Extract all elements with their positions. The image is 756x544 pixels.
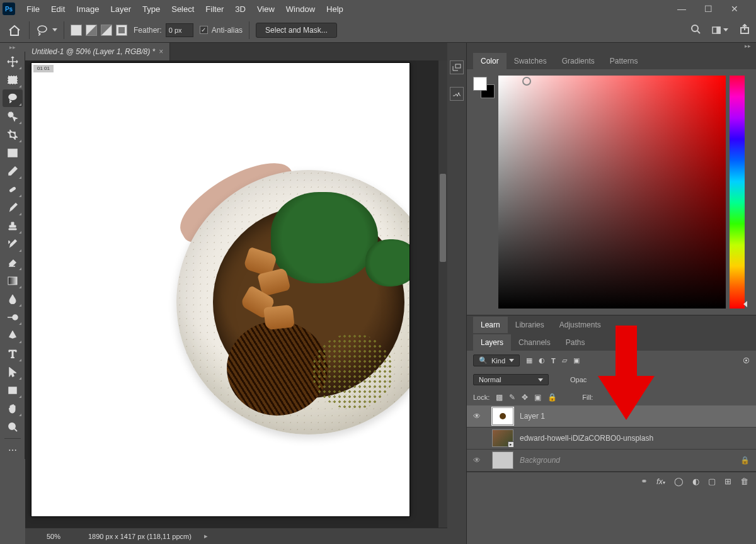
antialias-checkbox[interactable]: ✓ Anti-alias xyxy=(200,26,243,35)
hue-slider[interactable] xyxy=(730,76,745,309)
healing-tool[interactable] xyxy=(3,181,23,198)
menu-filter[interactable]: Filter xyxy=(200,2,229,16)
menu-view[interactable]: View xyxy=(252,2,280,16)
canvas-viewport[interactable]: 01 01 xyxy=(25,60,447,528)
layer-name[interactable]: edward-howell-iDlZaCORBO0-unsplash xyxy=(520,434,653,443)
tab-patterns[interactable]: Patterns xyxy=(602,53,646,69)
new-adjustment-icon[interactable]: ◐ xyxy=(692,477,699,486)
add-mask-icon[interactable]: ◯ xyxy=(674,477,684,486)
delete-layer-icon[interactable]: 🗑 xyxy=(740,477,748,486)
crop-tool[interactable] xyxy=(3,126,23,144)
visibility-toggle[interactable]: 👁 xyxy=(473,456,486,465)
sel-intersect[interactable] xyxy=(116,25,127,36)
maximize-button[interactable]: ☐ xyxy=(701,4,716,14)
zoom-field[interactable]: 50% xyxy=(32,533,76,540)
blur-tool[interactable] xyxy=(3,290,23,308)
layer-thumb[interactable] xyxy=(492,451,513,469)
feather-input[interactable] xyxy=(166,23,193,37)
fill-value[interactable]: 0% xyxy=(617,394,627,401)
canvas-scrollbar[interactable] xyxy=(438,60,447,528)
fg-bg-swatches[interactable] xyxy=(473,77,495,98)
lock-all-icon[interactable]: 🔒 xyxy=(547,393,557,402)
pen-tool[interactable] xyxy=(3,327,23,344)
layer-thumb[interactable]: ▸ xyxy=(492,429,513,447)
stamp-tool[interactable] xyxy=(3,217,23,235)
tab-swatches[interactable]: Swatches xyxy=(507,53,554,69)
sel-subtract[interactable] xyxy=(101,25,112,36)
dodge-tool[interactable] xyxy=(3,309,23,326)
menu-file[interactable]: File xyxy=(21,2,45,16)
move-tool[interactable] xyxy=(3,53,23,71)
path-select-tool[interactable] xyxy=(3,363,23,381)
tab-learn[interactable]: Learn xyxy=(473,317,508,333)
type-tool[interactable] xyxy=(3,345,23,363)
filter-pixel-icon[interactable]: ▦ xyxy=(526,356,532,365)
filter-shape-icon[interactable]: ▱ xyxy=(562,356,567,365)
foreground-color[interactable] xyxy=(473,77,487,91)
menu-help[interactable]: Help xyxy=(321,2,348,16)
menu-image[interactable]: Image xyxy=(71,2,104,16)
workspace-switcher[interactable] xyxy=(712,26,728,35)
blend-mode-select[interactable]: Normal xyxy=(473,374,549,385)
brush-tool[interactable] xyxy=(3,199,23,217)
tab-adjustments[interactable]: Adjustments xyxy=(552,317,609,333)
document-tab[interactable]: Untitled-1 @ 50% (Layer 1, RGB/8) * × xyxy=(25,43,170,60)
share-icon[interactable] xyxy=(740,24,750,36)
close-button[interactable]: ✕ xyxy=(727,4,742,14)
lock-artboard-icon[interactable]: ▣ xyxy=(534,393,541,402)
home-button[interactable] xyxy=(6,23,23,38)
filter-type-icon[interactable]: T xyxy=(551,357,556,365)
collapsed-panel-icon-1[interactable] xyxy=(450,60,464,74)
filter-adjust-icon[interactable]: ◐ xyxy=(539,356,545,365)
zoom-tool[interactable] xyxy=(3,418,23,436)
tab-layers[interactable]: Layers xyxy=(473,334,511,351)
layer-item-3[interactable]: 👁 Background 🔒 xyxy=(467,450,756,472)
lock-image-icon[interactable]: ✎ xyxy=(509,393,515,402)
layer-fx-icon[interactable]: fx▾ xyxy=(656,477,665,486)
canvas[interactable]: 01 01 xyxy=(32,63,410,516)
sel-new[interactable] xyxy=(71,25,82,36)
layer-thumb[interactable] xyxy=(492,407,513,425)
sel-add[interactable] xyxy=(86,25,97,36)
layer-name[interactable]: Layer 1 xyxy=(520,412,545,421)
close-tab-icon[interactable]: × xyxy=(159,47,163,56)
layer-item-2[interactable]: ▸ edward-howell-iDlZaCORBO0-unsplash xyxy=(467,428,756,450)
menu-3d[interactable]: 3D xyxy=(230,2,251,16)
select-and-mask-button[interactable]: Select and Mask... xyxy=(256,23,337,38)
new-layer-icon[interactable]: ⊞ xyxy=(724,477,731,486)
quick-select-tool[interactable] xyxy=(3,108,23,125)
lock-position-icon[interactable]: ✥ xyxy=(522,393,528,402)
history-brush-tool[interactable] xyxy=(3,235,23,253)
marquee-tool[interactable] xyxy=(3,71,23,89)
panel-collapse-handle[interactable]: ▸▸ xyxy=(467,43,756,52)
layer-filter-kind[interactable]: 🔍Kind xyxy=(473,354,520,366)
lasso-tool[interactable] xyxy=(3,89,23,107)
visibility-toggle[interactable]: 👁 xyxy=(473,412,486,421)
gradient-tool[interactable] xyxy=(3,272,23,290)
tab-libraries[interactable]: Libraries xyxy=(508,317,552,333)
status-menu-arrow[interactable]: ▸ xyxy=(204,532,208,540)
edit-toolbar[interactable]: ⋯ xyxy=(3,441,23,459)
eraser-tool[interactable] xyxy=(3,254,23,271)
tab-paths[interactable]: Paths xyxy=(558,334,593,351)
link-layers-icon[interactable]: ⚭ xyxy=(641,477,648,486)
tab-color[interactable]: Color xyxy=(473,53,507,69)
tool-preset[interactable] xyxy=(36,25,57,36)
toolbar-handle[interactable]: ▸▸ xyxy=(0,43,25,52)
color-field[interactable] xyxy=(498,76,726,309)
layer-name[interactable]: Background xyxy=(520,456,560,465)
filter-toggle[interactable]: ⦿ xyxy=(743,357,750,365)
minimize-button[interactable]: — xyxy=(674,4,689,14)
menu-layer[interactable]: Layer xyxy=(106,2,137,16)
search-icon[interactable] xyxy=(690,24,701,36)
layer-item-1[interactable]: 👁 Layer 1 xyxy=(467,405,756,428)
collapsed-panel-icon-2[interactable] xyxy=(450,87,464,101)
menu-edit[interactable]: Edit xyxy=(46,2,70,16)
tab-gradients[interactable]: Gradients xyxy=(554,53,602,69)
hand-tool[interactable] xyxy=(3,400,23,417)
eyedropper-tool[interactable] xyxy=(3,162,23,180)
lock-transparency-icon[interactable]: ▩ xyxy=(496,393,503,402)
shape-tool[interactable] xyxy=(3,382,23,399)
menu-window[interactable]: Window xyxy=(281,2,320,16)
menu-type[interactable]: Type xyxy=(137,2,165,16)
